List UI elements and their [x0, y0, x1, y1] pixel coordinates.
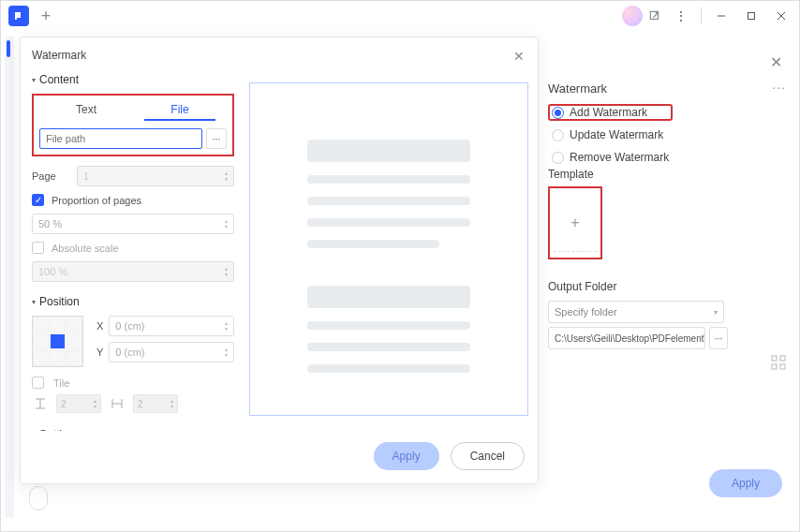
modal-left-column: ▾ Content Text File ··· Page 1 ▴▾ ✓ Prop…: [32, 73, 234, 431]
section-label: Setting: [39, 428, 74, 431]
caret-down-icon: ▾: [32, 298, 36, 306]
output-folder-label: Output Folder: [548, 280, 616, 293]
tab-text[interactable]: Text: [39, 99, 133, 120]
window-close-button[interactable]: [767, 3, 795, 29]
preview-placeholder: [307, 286, 471, 308]
section-setting-header[interactable]: ▸ Setting: [32, 428, 234, 431]
section-position-header[interactable]: ▾ Position: [32, 295, 234, 308]
caret-down-icon: ▾: [32, 76, 36, 84]
svg-rect-6: [780, 356, 785, 361]
anchor-grid[interactable]: [32, 316, 83, 367]
modal-title: Watermark: [32, 49, 86, 62]
chevron-down-icon: ▾: [714, 308, 718, 317]
titlebar: + ⋮: [1, 1, 799, 31]
tab-plus-icon[interactable]: +: [35, 5, 57, 27]
tile-checkbox[interactable]: [32, 377, 44, 389]
page-field: Page 1 ▴▾: [32, 166, 234, 186]
titlebar-left: +: [5, 5, 57, 27]
position-offset-fields: X 0 (cm) ▴▾ Y 0 (cm) ▴▾: [96, 316, 234, 362]
proportion-input[interactable]: 50 % ▴▾: [32, 214, 234, 234]
input-value: 50 %: [38, 218, 62, 229]
panel-title: Watermark: [548, 81, 607, 96]
position-controls: X 0 (cm) ▴▾ Y 0 (cm) ▴▾: [32, 316, 234, 367]
file-browse-button[interactable]: ···: [206, 128, 227, 149]
spinner-icon[interactable]: ▴▾: [225, 320, 228, 332]
output-folder-path[interactable]: C:\Users\Geili\Desktop\PDFelement\W...: [548, 327, 705, 349]
proportion-value-row: 50 % ▴▾: [32, 214, 234, 234]
share-icon[interactable]: [644, 6, 665, 26]
tile-horizontal-icon: [109, 395, 126, 412]
file-path-input[interactable]: [39, 128, 202, 149]
input-value: 0 (cm): [115, 347, 144, 358]
y-offset-input[interactable]: 0 (cm) ▴▾: [109, 342, 234, 362]
preview-placeholder: [307, 218, 471, 227]
x-offset-row: X 0 (cm) ▴▾: [96, 316, 234, 336]
watermark-side-panel: ✕ ··· Watermark Add Watermark Update Wat…: [554, 38, 786, 518]
section-label: Position: [39, 295, 80, 308]
radio-icon: [552, 152, 564, 164]
preview-placeholder: [307, 321, 471, 330]
proportion-checkbox[interactable]: ✓: [32, 194, 44, 206]
field-label: Y: [96, 347, 103, 358]
y-offset-row: Y 0 (cm) ▴▾: [96, 342, 234, 362]
preview-placeholder: [307, 140, 471, 162]
tile-check-row: Tile: [32, 377, 234, 389]
tile-vertical-input: 2 ▴▾: [56, 394, 101, 413]
preview-placeholder: [307, 343, 471, 351]
close-icon[interactable]: ✕: [765, 52, 786, 72]
browse-folder-button[interactable]: ···: [709, 327, 728, 349]
anchor-center[interactable]: [50, 333, 66, 349]
input-value: 1: [83, 170, 89, 182]
section-content-header[interactable]: ▾ Content: [32, 73, 234, 86]
radio-label: Add Watermark: [570, 106, 647, 119]
spinner-icon[interactable]: ▴▾: [225, 218, 228, 229]
section-label: Content: [39, 73, 79, 86]
close-icon[interactable]: ✕: [510, 47, 528, 66]
field-label: Page: [32, 170, 69, 182]
caret-right-icon: ▸: [32, 431, 36, 432]
modal-footer: Apply Cancel: [374, 442, 525, 470]
radio-add-watermark[interactable]: Add Watermark: [548, 104, 673, 121]
page-input[interactable]: 1 ▴▾: [77, 166, 234, 186]
apply-panel-button[interactable]: Apply: [709, 469, 782, 497]
grid-view-icon[interactable]: [771, 355, 786, 374]
cancel-button[interactable]: Cancel: [451, 442, 525, 470]
template-label: Template: [548, 168, 594, 181]
checkbox-label: Tile: [53, 377, 69, 389]
watermark-preview: [249, 82, 528, 416]
app-icon[interactable]: [8, 6, 29, 26]
svg-rect-5: [772, 356, 777, 361]
tile-horizontal-input: 2 ▴▾: [133, 394, 178, 413]
apply-button[interactable]: Apply: [374, 442, 439, 470]
absolute-checkbox[interactable]: [32, 242, 44, 254]
radio-update-watermark[interactable]: Update Watermark: [548, 126, 673, 143]
spinner-icon[interactable]: ▴▾: [225, 170, 228, 182]
watermark-modal: Watermark ✕ ▾ Content Text File ··· Page…: [20, 37, 539, 484]
window-minimize-button[interactable]: [707, 3, 735, 29]
preview-placeholder: [307, 364, 471, 373]
select-value: Specify folder: [555, 306, 617, 318]
left-sidebar-collapsed[interactable]: [5, 37, 14, 518]
output-folder-select[interactable]: Specify folder ▾: [548, 301, 724, 323]
preview-placeholder: [307, 197, 471, 205]
x-offset-input[interactable]: 0 (cm) ▴▾: [109, 316, 234, 336]
svg-rect-8: [780, 364, 785, 369]
ai-assistant-icon[interactable]: [622, 6, 643, 26]
add-template-button[interactable]: +: [548, 186, 602, 259]
radio-remove-watermark[interactable]: Remove Watermark: [548, 149, 673, 166]
field-label: X: [96, 320, 103, 332]
kebab-icon[interactable]: ⋮: [667, 3, 695, 29]
spinner-icon: ▴▾: [170, 398, 173, 409]
more-icon[interactable]: ···: [772, 80, 786, 95]
tab-file[interactable]: File: [133, 99, 227, 120]
watermark-mode-radios: Add Watermark Update Watermark Remove Wa…: [548, 104, 673, 166]
window-maximize-button[interactable]: [737, 3, 765, 29]
checkbox-label: Absolute scale: [52, 243, 119, 254]
input-value: 2: [138, 399, 143, 409]
checkbox-label: Proportion of pages: [52, 195, 141, 206]
titlebar-right: ⋮: [622, 3, 795, 29]
absolute-value-row: 100 % ▴▾: [32, 261, 234, 282]
spinner-icon[interactable]: ▴▾: [225, 347, 228, 358]
spinner-icon: ▴▾: [94, 398, 96, 409]
content-tabs: Text File: [39, 99, 227, 121]
